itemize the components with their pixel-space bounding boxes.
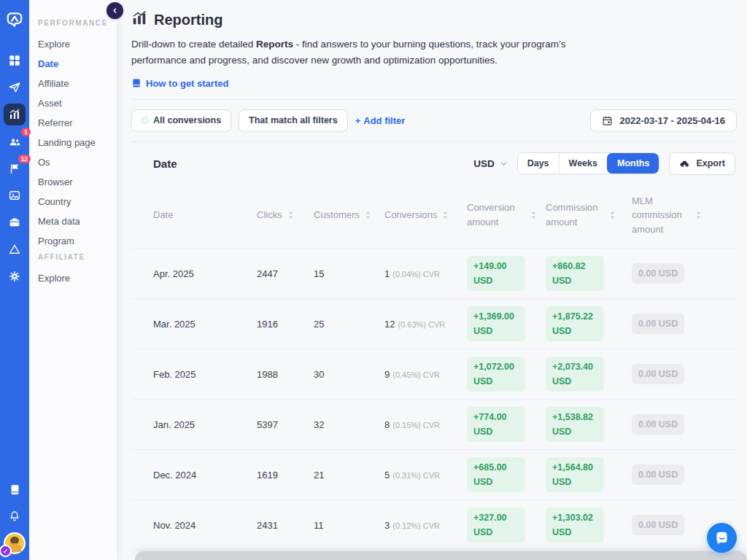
nav-item-explore[interactable]: Explore — [38, 268, 111, 287]
column-label: MLM commission amount — [632, 194, 690, 237]
commission-amount-cell: +1,538.82 USD — [546, 407, 632, 442]
commission-amount-badge: +1,875.22 USD — [546, 306, 604, 341]
wallet-icon[interactable] — [4, 211, 26, 233]
bottom-overlay-bar — [135, 551, 747, 560]
cvr-label: (0.63%) CVR — [398, 320, 445, 329]
clicks-cell: 1619 — [257, 470, 314, 481]
reports-chart-icon[interactable] — [4, 104, 26, 125]
all-conversions-button[interactable]: All conversions — [131, 109, 231, 132]
table-row: Mar. 202519162512(0.63%) CVR+1,369.00 US… — [131, 298, 737, 349]
clicks-cell: 2431 — [257, 520, 314, 531]
sort-icon[interactable] — [288, 211, 293, 219]
date-cell: Feb. 2025 — [153, 369, 257, 380]
commission-amount-cell: +860.82 USD — [546, 256, 632, 291]
how-to-get-started-link[interactable]: How to get started — [131, 78, 228, 89]
customers-cell: 25 — [314, 319, 384, 330]
cvr-label: (0.31%) CVR — [392, 471, 440, 480]
nav-item-landing-page[interactable]: Landing page — [38, 133, 111, 152]
column-header-mlm-commission-amount[interactable]: MLM commission amount — [632, 194, 715, 237]
clicks-cell: 5397 — [257, 419, 314, 430]
customers-cell: 11 — [314, 520, 384, 531]
cloud-upload-icon — [679, 158, 690, 169]
customers-cell: 21 — [314, 470, 384, 481]
collapse-sidebar-button[interactable] — [107, 2, 123, 19]
avatar[interactable]: ✓ — [4, 532, 26, 554]
column-header-clicks[interactable]: Clicks — [257, 208, 314, 222]
nav-item-referrer[interactable]: Referrer — [38, 113, 111, 132]
sort-icon[interactable] — [531, 211, 536, 219]
period-months[interactable]: Months — [607, 153, 659, 174]
table-row: Apr. 20252447151(0.04%) CVR+149.00 USD+8… — [131, 248, 737, 298]
sort-icon[interactable] — [443, 211, 448, 219]
mlm-commission-cell: 0.00 USD — [632, 414, 715, 435]
send-plane-icon[interactable] — [4, 77, 26, 98]
conversion-amount-badge: +1,072.00 USD — [467, 357, 525, 392]
column-header-customers[interactable]: Customers — [314, 208, 384, 222]
column-header-commission-amount[interactable]: Commission amount — [546, 201, 632, 229]
mlm-commission-cell: 0.00 USD — [632, 464, 715, 485]
conversion-amount-badge: +685.00 USD — [467, 457, 525, 492]
conversions-cell: 5(0.31%) CVR — [384, 470, 467, 481]
export-button[interactable]: Export — [669, 152, 735, 175]
commission-amount-cell: +1,875.22 USD — [546, 306, 632, 341]
triangle-icon[interactable] — [4, 238, 26, 260]
add-filter-button[interactable]: + Add filter — [355, 115, 406, 126]
page-description: Drill-down to create detailed Reports - … — [131, 36, 602, 69]
customers-cell: 32 — [314, 419, 384, 430]
nav-item-asset[interactable]: Asset — [38, 93, 111, 112]
column-label: Customers — [314, 208, 360, 222]
chat-bubble-icon — [714, 530, 729, 545]
image-icon[interactable] — [4, 184, 26, 206]
column-label: Date — [153, 208, 173, 222]
conversion-amount-badge: +327.00 USD — [467, 508, 525, 542]
cvr-label: (0.12%) CVR — [392, 521, 440, 530]
users-icon[interactable]: 1 — [4, 131, 26, 152]
plus-icon: + — [355, 115, 361, 126]
filter-bar: All conversions That match all filters +… — [131, 100, 737, 142]
nav-item-country[interactable]: Country — [38, 192, 111, 211]
date-range-picker[interactable]: 2022-03-17 - 2025-04-16 — [590, 109, 737, 132]
gear-icon[interactable] — [4, 265, 26, 287]
bell-icon[interactable] — [4, 505, 26, 527]
nav-item-os[interactable]: Os — [38, 152, 111, 171]
page-header: Reporting Drill-down to create detailed … — [131, 0, 737, 100]
app-logo[interactable] — [5, 10, 24, 32]
chat-launcher-button[interactable] — [707, 523, 737, 553]
primary-sidebar: 1 12 ✓ — [0, 0, 29, 560]
currency-selector[interactable]: USD — [473, 158, 508, 169]
date-cell: Dec. 2024 — [153, 470, 257, 481]
nav-item-explore[interactable]: Explore — [38, 34, 111, 53]
book-icon[interactable] — [4, 478, 26, 500]
column-label: Conversions — [384, 208, 437, 222]
report-card-header: Date USD DaysWeeksMonths Export — [131, 142, 737, 184]
mlm-commission-badge: 0.00 USD — [632, 414, 684, 435]
mlm-commission-badge: 0.00 USD — [632, 314, 684, 334]
clicks-cell: 1916 — [257, 319, 314, 330]
nav-item-program[interactable]: Program — [38, 231, 111, 250]
date-cell: Nov. 2024 — [153, 520, 257, 531]
match-all-filters-button[interactable]: That match all filters — [239, 109, 348, 132]
nav-item-meta-data[interactable]: Meta data — [38, 211, 111, 230]
period-weeks[interactable]: Weeks — [559, 153, 607, 174]
secondary-sidebar: PERFORMANCEExploreDateAffiliateAssetRefe… — [29, 0, 117, 560]
report-card-title: Date — [153, 158, 177, 170]
sort-icon[interactable] — [696, 211, 701, 219]
nav-item-date[interactable]: Date — [38, 54, 111, 73]
flag-icon[interactable]: 12 — [4, 158, 26, 179]
sort-icon[interactable] — [365, 211, 371, 219]
table-row: Feb. 20251988309(0.45%) CVR+1,072.00 USD… — [131, 349, 737, 399]
conversions-cell: 1(0.04%) CVR — [384, 268, 467, 279]
nav-item-browser[interactable]: Browser — [38, 172, 111, 191]
clicks-cell: 1988 — [257, 369, 314, 380]
calendar-icon — [602, 115, 613, 126]
sort-icon[interactable] — [610, 211, 615, 219]
commission-amount-cell: +2,073.40 USD — [546, 357, 632, 392]
conversion-amount-cell: +149.00 USD — [467, 256, 546, 291]
column-header-conversions[interactable]: Conversions — [384, 208, 467, 222]
chevron-left-icon — [111, 7, 119, 15]
period-days[interactable]: Days — [518, 153, 559, 174]
conversion-amount-cell: +774.00 USD — [467, 407, 546, 442]
dashboard-icon[interactable] — [4, 50, 26, 71]
nav-item-affiliate[interactable]: Affiliate — [38, 74, 111, 93]
column-header-conversion-amount[interactable]: Conversion amount — [467, 201, 546, 229]
